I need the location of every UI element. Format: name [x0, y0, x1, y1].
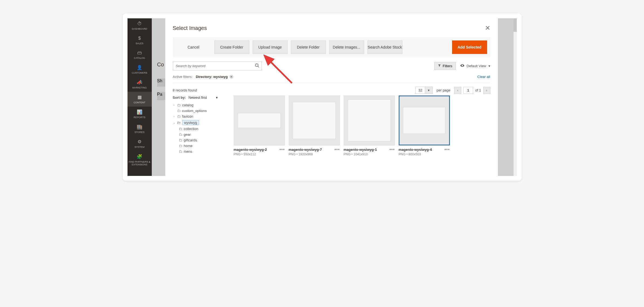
folder-icon: 🗀 — [177, 103, 181, 107]
collapse-icon[interactable]: ⌄ — [173, 121, 175, 124]
tree-label: catalog — [182, 103, 194, 107]
page-input[interactable] — [463, 87, 473, 94]
app-shell: ⏱DASHBOARD $SALES 🗃CATALOG 👤CUSTOMERS 📣M… — [128, 18, 517, 176]
more-icon[interactable]: ••• — [445, 147, 450, 152]
chevron-down-icon: ▾ — [425, 87, 432, 94]
clear-all-link[interactable]: Clear all — [477, 75, 490, 79]
folder-icon: 🗀 — [179, 144, 182, 148]
tree-label: mens — [184, 149, 192, 154]
tree-node-collection[interactable]: 🗀collection — [179, 126, 229, 132]
image-thumb[interactable]: magento-wysiwyg-7••• PNG • 1920x969 — [289, 95, 340, 156]
folder-tree: ›🗀catalog 🗀custom_options ›🗀favicon ⌄🗁wy… — [173, 102, 229, 154]
content-row: Sort by: Newest first ▾ ›🗀catalog 🗀custo… — [173, 95, 490, 156]
thumb-name: magento-wysiwyg-2 — [234, 148, 267, 152]
active-filters-row: Active filters: Directory: wysiwyg ✕ Cle… — [173, 73, 490, 83]
records-found-text: 8 records found — [173, 88, 197, 92]
cancel-button[interactable]: Cancel — [176, 40, 211, 54]
next-page-button[interactable]: › — [483, 87, 490, 94]
thumb-preview — [289, 95, 340, 145]
sort-row: Sort by: Newest first ▾ — [173, 95, 229, 100]
tree-node-custom-options[interactable]: 🗀custom_options — [173, 108, 229, 114]
tree-node-catalog[interactable]: ›🗀catalog — [173, 102, 229, 108]
folder-open-icon: 🗁 — [177, 121, 181, 125]
delete-images-button[interactable]: Delete Images... — [329, 40, 364, 54]
tree-label: giftcards — [184, 138, 197, 142]
expand-icon[interactable]: › — [173, 115, 175, 118]
tree-label: gear — [184, 132, 191, 137]
folder-icon: 🗀 — [179, 132, 182, 137]
filters-button[interactable]: Filters — [434, 62, 456, 70]
upload-image-button[interactable]: Upload Image — [253, 40, 288, 54]
view-selector[interactable]: Default View ▾ — [460, 63, 490, 69]
more-icon[interactable]: ••• — [335, 147, 340, 152]
svg-line-1 — [258, 66, 259, 67]
chevron-down-icon: ▾ — [216, 95, 218, 100]
folder-icon: 🗀 — [177, 109, 181, 113]
eye-icon — [460, 63, 464, 69]
prev-page-button[interactable]: ‹ — [454, 87, 461, 94]
thumb-grid: magento-wysiwyg-2••• PNG • 550x112 magen… — [234, 95, 490, 156]
active-filters-label: Active filters: — [173, 75, 193, 79]
svg-point-0 — [255, 64, 258, 67]
funnel-icon — [438, 64, 441, 68]
expand-icon[interactable]: › — [173, 104, 175, 107]
thumb-meta: PNG • 800x503 — [399, 152, 450, 156]
sort-label: Sort by: — [173, 95, 186, 100]
more-icon[interactable]: ••• — [280, 147, 285, 152]
filters-label: Filters — [443, 64, 452, 68]
tree-label: collection — [184, 127, 198, 131]
filter-chip-directory: Directory: wysiwyg ✕ — [196, 75, 233, 79]
tree-label: custom_options — [182, 109, 207, 113]
tree-node-wysiwyg[interactable]: ⌄🗁wysiwyg — [173, 119, 229, 126]
filter-chip-text: Directory: wysiwyg — [196, 75, 228, 79]
per-page-label: per page — [436, 88, 450, 92]
modal-toolbar: Cancel Create Folder Upload Image Delete… — [173, 37, 490, 57]
chevron-down-icon: ▾ — [488, 64, 490, 68]
thumb-name: magento-wysiwyg-4 — [399, 148, 432, 152]
add-selected-button[interactable]: Add Selected — [452, 40, 487, 54]
tree-node-mens[interactable]: 🗀mens — [179, 149, 229, 154]
left-column: Sort by: Newest first ▾ ›🗀catalog 🗀custo… — [173, 95, 229, 156]
thumb-preview — [234, 95, 285, 145]
create-folder-button[interactable]: Create Folder — [214, 40, 249, 54]
view-label: Default View — [467, 64, 486, 68]
remove-filter-icon[interactable]: ✕ — [229, 75, 233, 79]
per-page-select[interactable]: 32 ▾ — [415, 87, 433, 94]
folder-icon: 🗀 — [179, 127, 182, 131]
thumb-meta: PNG • 550x112 — [234, 152, 285, 156]
thumb-name: magento-wysiwyg-1 — [344, 148, 377, 152]
controls-row: Filters Default View ▾ — [173, 62, 490, 70]
thumb-preview — [344, 95, 395, 145]
tree-label-selected: wysiwyg — [182, 120, 199, 125]
modal-title: Select Images — [173, 25, 207, 31]
tree-node-gear[interactable]: 🗀gear — [179, 132, 229, 137]
result-count-row: 8 records found 32 ▾ per page ‹ of 1 › — [173, 83, 490, 95]
thumb-meta: PNG • 1920x969 — [289, 152, 340, 156]
delete-folder-button[interactable]: Delete Folder — [291, 40, 326, 54]
select-images-modal: Select Images ✕ Cancel Create Folder Upl… — [165, 18, 498, 176]
search-input[interactable] — [173, 62, 262, 70]
tree-node-giftcards[interactable]: 🗀giftcards — [179, 137, 229, 143]
folder-icon: 🗀 — [179, 138, 182, 142]
tree-label: favicon — [182, 114, 193, 118]
modal-scrollbar[interactable] — [514, 18, 517, 176]
sort-select[interactable]: Newest first ▾ — [188, 95, 218, 100]
search-box — [173, 62, 262, 70]
tree-label: home — [184, 144, 193, 148]
screenshot-card: ⏱DASHBOARD $SALES 🗃CATALOG 👤CUSTOMERS 📣M… — [123, 13, 522, 181]
thumb-preview-selected — [399, 95, 450, 145]
pager: ‹ of 1 › — [454, 87, 490, 94]
tree-node-home[interactable]: 🗀home — [179, 143, 229, 149]
folder-icon: 🗀 — [179, 149, 182, 154]
search-icon[interactable] — [255, 63, 260, 69]
sort-value: Newest first — [188, 95, 207, 100]
scroll-thumb[interactable] — [514, 18, 517, 32]
image-thumb[interactable]: magento-wysiwyg-2••• PNG • 550x112 — [234, 95, 285, 156]
image-thumb[interactable]: magento-wysiwyg-1••• PNG • 1041x910 — [344, 95, 395, 156]
image-thumb[interactable]: magento-wysiwyg-4••• PNG • 800x503 — [399, 95, 450, 156]
more-icon[interactable]: ••• — [390, 147, 395, 152]
tree-node-favicon[interactable]: ›🗀favicon — [173, 114, 229, 119]
search-adobe-stock-button[interactable]: Search Adobe Stock — [367, 40, 402, 54]
thumb-meta: PNG • 1041x910 — [344, 152, 395, 156]
close-icon[interactable]: ✕ — [485, 24, 490, 32]
